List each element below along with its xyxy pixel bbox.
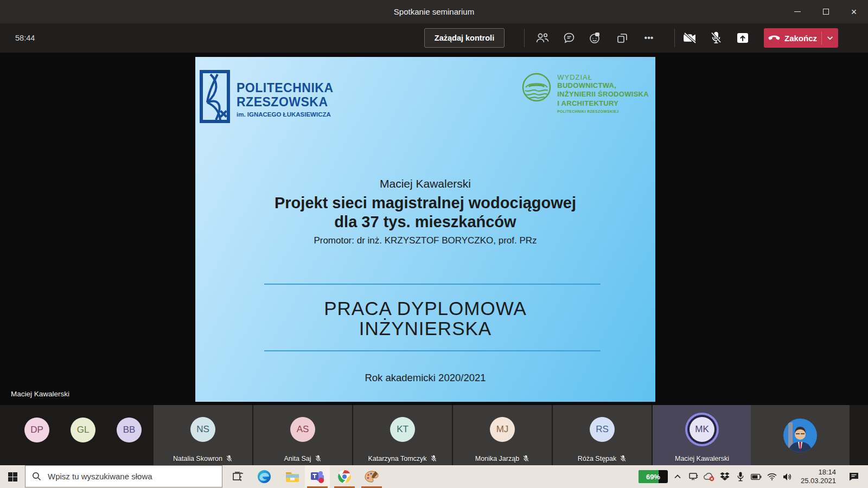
avatar: RS	[590, 417, 615, 442]
wifi-icon	[767, 473, 777, 480]
avatar: KT	[390, 417, 415, 442]
more-options-button[interactable]: •••	[637, 27, 660, 49]
clock-date: 25.03.2021	[801, 477, 836, 485]
speaker-icon	[783, 473, 793, 481]
avatar: MJ	[490, 417, 515, 442]
meeting-timer: 58:44	[15, 34, 35, 42]
participant-name: Katarzyna Tomczyk	[368, 455, 426, 463]
end-call-label: Zakończ	[784, 34, 817, 43]
slide-heading-line2: INŻYNIERSKA	[195, 318, 655, 339]
battery-icon	[751, 474, 762, 480]
teams-taskbar-button[interactable]	[305, 465, 330, 488]
volume-tray-icon[interactable]	[782, 465, 794, 488]
search-placeholder: Wpisz tu wyszukiwane słowa	[48, 472, 152, 481]
teams-meeting-window: Spotkanie seminarium × 58:44 Zażądaj kon…	[0, 0, 868, 488]
end-call-button[interactable]: Zakończ	[764, 28, 838, 48]
logo-left-line3: im. IGNACEGO ŁUKASIEWICZA	[237, 111, 334, 118]
mic-muted-icon	[620, 455, 627, 463]
onedrive-sync-error-tray-icon[interactable]	[703, 465, 715, 488]
camera-off-icon	[682, 31, 698, 44]
slide-author: Maciej Kawalerski	[195, 177, 655, 190]
taskbar-search-input[interactable]: Wpisz tu wyszukiwane słowa	[25, 465, 222, 487]
participant-name: Natalia Skowron	[173, 455, 222, 463]
participant-tile[interactable]: AS Anita Saj	[253, 405, 352, 465]
dropbox-icon	[720, 472, 730, 481]
logo-left-line2: RZESZOWSKA	[237, 95, 334, 109]
breakout-rooms-button[interactable]	[611, 27, 634, 49]
window-title: Spotkanie seminarium	[0, 0, 868, 23]
toolbar-divider	[524, 29, 525, 47]
virtual-desktop-tray-icon[interactable]	[687, 465, 699, 488]
window-titlebar: Spotkanie seminarium ×	[0, 0, 868, 23]
dropbox-tray-icon[interactable]	[719, 465, 731, 488]
windows-logo-icon	[8, 472, 17, 481]
audio-participant-avatar[interactable]: BB	[117, 418, 142, 442]
microphone-tray-icon[interactable]	[735, 465, 746, 488]
action-center-icon	[849, 472, 859, 481]
request-control-button[interactable]: Zażądaj kontroli	[424, 28, 505, 48]
participant-tile[interactable]: KT Katarzyna Tomczyk	[353, 405, 452, 465]
toolbar-divider	[674, 29, 675, 47]
presentation-slide: POLITECHNIKA RZESZOWSKA im. IGNACEGO ŁUK…	[195, 57, 655, 402]
people-icon	[535, 32, 550, 44]
slide-promotor: Promotor: dr inż. KRZYSZTOF BORYCZKO, pr…	[195, 235, 655, 246]
action-center-button[interactable]	[843, 465, 865, 488]
mic-muted-icon	[226, 455, 233, 463]
start-button[interactable]	[0, 465, 25, 488]
mic-muted-icon	[430, 455, 437, 463]
edge-icon	[257, 470, 271, 484]
chrome-taskbar-button[interactable]	[332, 465, 357, 488]
end-call-dropdown[interactable]	[822, 28, 838, 48]
chevron-up-icon	[674, 474, 681, 479]
mic-off-icon	[710, 31, 723, 45]
logo-right-line5: POLITECHNIKI RZESZOWSKIEJ	[557, 110, 649, 113]
slide-title-line1: Projekt sieci magistralnej wodociągowej	[195, 194, 655, 212]
battery-percent-widget[interactable]: 69%	[639, 470, 668, 483]
reactions-icon	[588, 31, 602, 44]
chrome-icon	[337, 470, 352, 484]
battery-tray-icon[interactable]	[750, 465, 762, 488]
participant-tile[interactable]: MK Maciej Kawalerski	[653, 405, 751, 465]
share-screen-button[interactable]	[731, 27, 754, 49]
system-tray: 69%	[639, 465, 868, 488]
paint-icon	[365, 470, 379, 483]
participant-name: Maciej Kawalerski	[675, 455, 729, 463]
participant-tile[interactable]: RS Róża Stępak	[553, 405, 652, 465]
pr-logo-mark-icon	[200, 70, 230, 123]
participant-name: Monika Jarząb	[475, 455, 519, 463]
logo-right-line2: BUDOWNICTWA,	[557, 81, 649, 90]
participant-tile[interactable]: MJ Monika Jarząb	[453, 405, 552, 465]
chat-icon	[563, 31, 576, 44]
edge-taskbar-button[interactable]	[252, 465, 277, 488]
taskbar-clock[interactable]: 18:14 25.03.2021	[797, 468, 839, 486]
chevron-down-icon	[827, 36, 833, 40]
close-button[interactable]: ×	[840, 0, 868, 23]
reactions-button[interactable]	[584, 27, 607, 49]
shared-content-stage: POLITECHNIKA RZESZOWSKA im. IGNACEGO ŁUK…	[0, 53, 868, 405]
faculty-logo-mark-icon	[521, 72, 552, 102]
file-explorer-taskbar-button[interactable]	[280, 465, 305, 488]
tray-expand-button[interactable]	[672, 465, 684, 488]
paint-taskbar-button[interactable]	[359, 465, 384, 488]
audio-participant-avatar[interactable]: GL	[71, 418, 95, 442]
participant-tile[interactable]: NS Natalia Skowron	[154, 405, 252, 465]
minimize-icon	[794, 11, 801, 12]
mic-muted-icon	[522, 455, 529, 463]
cloud-error-icon	[703, 472, 715, 481]
participants-button[interactable]	[531, 27, 554, 49]
logo-right-line1: WYDZIAŁ	[557, 73, 649, 81]
slide-divider-top	[264, 284, 601, 285]
task-view-button[interactable]	[226, 465, 251, 488]
chat-button[interactable]	[558, 27, 580, 49]
wifi-tray-icon[interactable]	[766, 465, 778, 488]
video-participant-tile[interactable]	[751, 405, 850, 465]
audio-participant-avatar[interactable]: DP	[24, 418, 49, 442]
politechnika-rzeszowska-logo: POLITECHNIKA RZESZOWSKA im. IGNACEGO ŁUK…	[200, 70, 334, 123]
restore-button[interactable]	[812, 0, 840, 23]
monitor-icon	[688, 472, 698, 481]
camera-off-button[interactable]	[679, 27, 701, 49]
mic-off-button[interactable]	[705, 27, 727, 49]
task-view-icon	[233, 472, 244, 481]
minimize-button[interactable]	[783, 0, 812, 23]
slide-heading-line1: PRACA DYPLOMOWA	[195, 298, 655, 319]
